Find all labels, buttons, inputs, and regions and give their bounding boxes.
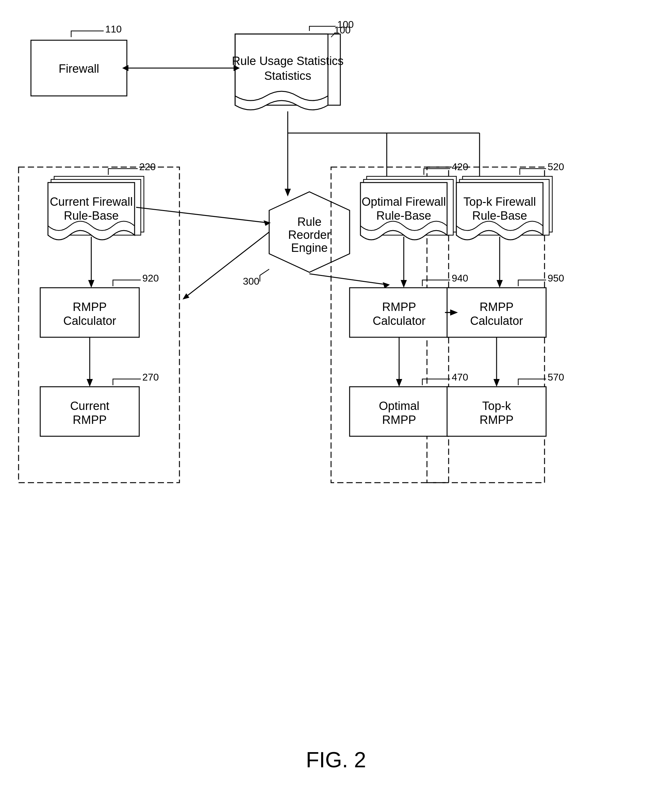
svg-text:Firewall: Firewall xyxy=(59,62,99,75)
svg-line-45 xyxy=(186,232,269,297)
current-rmpp-node: Current RMPP 270 xyxy=(40,371,159,436)
svg-text:Rule-Base: Rule-Base xyxy=(376,209,431,222)
svg-text:RMPP: RMPP xyxy=(480,301,514,314)
svg-line-43 xyxy=(136,207,268,223)
svg-marker-50 xyxy=(401,280,407,288)
svg-text:Current: Current xyxy=(70,399,110,413)
topk-rulebase-node: Top-k Firewall Rule-Base 520 xyxy=(456,161,564,240)
svg-text:920: 920 xyxy=(142,272,159,284)
svg-text:Optimal Firewall: Optimal Firewall xyxy=(362,195,446,208)
svg-text:220: 220 xyxy=(139,161,156,172)
svg-text:420: 420 xyxy=(452,161,468,172)
svg-text:Rule Usage
Statistics: Rule Usage Statistics xyxy=(232,54,343,67)
rmpp-calculator-920: RMPP Calculator 920 xyxy=(40,272,159,337)
firewall-node: Firewall 110 xyxy=(31,24,127,96)
svg-marker-74 xyxy=(493,379,500,387)
figure-label: FIG. 2 xyxy=(306,748,366,772)
svg-text:100: 100 xyxy=(337,19,354,30)
rule-reorder-engine-node: Rule Reorder Engine 300 xyxy=(243,192,350,287)
svg-text:Current Firewall: Current Firewall xyxy=(50,195,133,208)
svg-text:Optimal: Optimal xyxy=(379,399,419,413)
svg-text:520: 520 xyxy=(548,161,564,172)
svg-marker-72 xyxy=(396,379,402,387)
svg-text:Reorder: Reorder xyxy=(288,228,331,241)
svg-line-47 xyxy=(309,274,387,285)
svg-text:RMPP: RMPP xyxy=(73,301,107,314)
diagram-container: Rule Usage Statistics Statistics 100 100… xyxy=(0,0,672,797)
svg-text:RMPP: RMPP xyxy=(73,413,107,426)
svg-text:300: 300 xyxy=(243,276,259,287)
svg-text:Calculator: Calculator xyxy=(63,314,116,327)
svg-text:Top-k Firewall: Top-k Firewall xyxy=(464,195,536,208)
svg-text:470: 470 xyxy=(452,371,468,383)
svg-text:Engine: Engine xyxy=(291,241,328,254)
rule-usage-statistics-node: Rule Usage Statistics Statistics 100 xyxy=(232,24,350,110)
svg-text:Calculator: Calculator xyxy=(470,314,523,327)
svg-text:RMPP: RMPP xyxy=(382,301,416,314)
svg-text:RMPP: RMPP xyxy=(382,413,416,426)
svg-marker-70 xyxy=(86,379,93,387)
svg-text:Rule-Base: Rule-Base xyxy=(472,209,527,222)
svg-text:Rule: Rule xyxy=(297,215,322,228)
optimal-rulebase-node: Optimal Firewall Rule-Base 420 xyxy=(360,161,468,240)
svg-text:940: 940 xyxy=(452,272,468,284)
svg-text:110: 110 xyxy=(105,24,122,35)
svg-marker-52 xyxy=(497,280,503,288)
svg-text:Calculator: Calculator xyxy=(373,314,426,327)
svg-text:Top-k: Top-k xyxy=(482,399,511,413)
svg-text:270: 270 xyxy=(142,371,159,383)
svg-marker-42 xyxy=(88,280,94,288)
svg-text:RMPP: RMPP xyxy=(480,413,514,426)
svg-marker-46 xyxy=(182,293,189,299)
svg-text:570: 570 xyxy=(548,371,564,383)
svg-text:Rule-Base: Rule-Base xyxy=(64,209,118,222)
current-rulebase-node: Current Firewall Rule-Base 220 xyxy=(48,161,156,240)
svg-text:950: 950 xyxy=(548,272,564,284)
svg-marker-17 xyxy=(285,189,291,197)
svg-text:Statistics: Statistics xyxy=(264,69,311,82)
